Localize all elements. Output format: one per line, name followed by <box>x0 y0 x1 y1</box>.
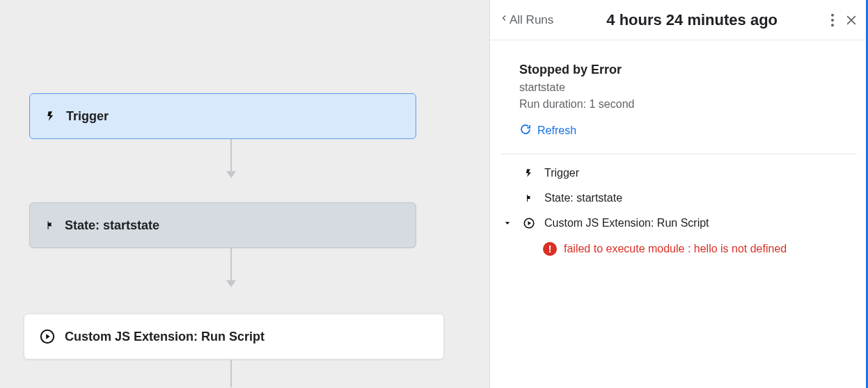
refresh-button[interactable]: Refresh <box>519 123 634 138</box>
panel-header: All Runs 4 hours 24 minutes ago <box>490 0 868 40</box>
svg-point-1 <box>831 13 834 16</box>
play-circle-icon <box>40 329 55 344</box>
chevron-left-icon <box>500 13 508 27</box>
flag-icon <box>522 192 536 204</box>
back-label: All Runs <box>510 13 553 27</box>
run-steps-list: Trigger State: startstate Custom JS Exte… <box>501 154 857 268</box>
refresh-icon <box>519 123 532 138</box>
step-trigger-label: Trigger <box>544 167 579 179</box>
caret-down-icon <box>504 220 511 227</box>
run-detail-panel: All Runs 4 hours 24 minutes ago Stopped … <box>489 0 868 388</box>
flow-node-custom-label: Custom JS Extension: Run Script <box>65 330 265 344</box>
svg-point-3 <box>831 24 834 26</box>
step-state[interactable]: State: startstate <box>504 192 854 204</box>
close-panel-button[interactable] <box>846 15 857 26</box>
step-error-row: ! failed to execute module : hello is no… <box>504 242 854 256</box>
flow-connector <box>230 248 232 286</box>
status-state-name: startstate <box>519 81 634 94</box>
status-title: Stopped by Error <box>519 63 634 77</box>
kebab-icon <box>830 13 835 27</box>
step-custom-label: Custom JS Extension: Run Script <box>544 217 709 229</box>
more-options-button[interactable] <box>830 13 835 27</box>
step-trigger[interactable]: Trigger <box>504 167 854 179</box>
close-icon <box>846 15 857 26</box>
refresh-label: Refresh <box>537 124 576 137</box>
flow-node-custom-js[interactable]: Custom JS Extension: Run Script <box>24 314 444 359</box>
flag-icon <box>45 218 55 233</box>
error-message: failed to execute module : hello is not … <box>564 243 787 255</box>
back-to-runs-link[interactable]: All Runs <box>500 13 553 27</box>
expand-caret[interactable] <box>504 217 514 229</box>
flow-node-state[interactable]: State: startstate <box>29 202 416 248</box>
panel-title: 4 hours 24 minutes ago <box>559 11 825 29</box>
step-state-label: State: startstate <box>544 192 622 204</box>
flow-connector <box>230 139 232 177</box>
svg-point-2 <box>831 19 834 22</box>
flow-node-trigger-label: Trigger <box>66 109 109 124</box>
run-status-block: Stopped by Error startstate Run duration… <box>501 57 857 154</box>
status-duration: Run duration: 1 second <box>519 98 634 111</box>
bolt-icon <box>45 108 56 124</box>
error-icon: ! <box>543 242 557 256</box>
bolt-icon <box>522 167 536 179</box>
flow-canvas: Trigger State: startstate Custom JS Exte… <box>0 0 487 388</box>
flow-node-state-label: State: startstate <box>65 218 159 233</box>
step-custom-js[interactable]: Custom JS Extension: Run Script <box>504 217 854 229</box>
flow-connector <box>230 359 232 387</box>
flow-node-trigger[interactable]: Trigger <box>29 93 416 139</box>
play-circle-icon <box>522 217 536 229</box>
